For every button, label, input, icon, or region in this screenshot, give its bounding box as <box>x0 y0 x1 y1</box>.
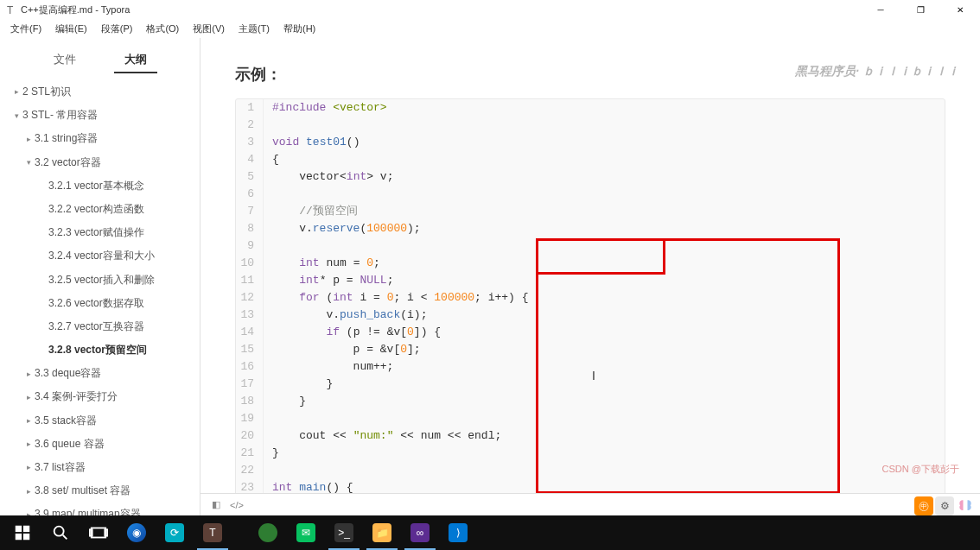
chevron-icon[interactable]: ▸ <box>22 391 35 403</box>
code-line[interactable]: 1#include <vector> <box>236 99 945 117</box>
menu-item-0[interactable]: 文件(F) <box>3 21 48 37</box>
outline-item[interactable]: ▸3.2.5 vector插入和删除 <box>3 269 196 292</box>
code-line[interactable]: 17 } <box>236 376 945 393</box>
chevron-icon[interactable]: ▸ <box>22 509 35 515</box>
code-line[interactable]: 2 <box>236 117 945 134</box>
outline-item[interactable]: ▸3.2.4 vector容量和大小 <box>3 244 196 268</box>
code-text[interactable]: if (p != &v[0]) { <box>272 324 441 341</box>
explorer-icon[interactable]: 📁 <box>363 515 401 550</box>
code-line[interactable]: 18 } <box>236 393 945 410</box>
code-text[interactable]: } <box>272 445 279 462</box>
code-text[interactable]: } <box>272 393 306 410</box>
code-text[interactable]: } <box>272 376 333 393</box>
code-text[interactable]: { <box>272 151 279 168</box>
outline-item[interactable]: ▸3.2.6 vector数据存取 <box>3 292 196 315</box>
assist-icon[interactable]: ⚙ <box>935 496 954 515</box>
code-text[interactable]: v.push_back(i); <box>272 307 427 324</box>
code-text[interactable]: for (int i = 0; i < 100000; i++) { <box>272 289 529 307</box>
brain-icon[interactable] <box>956 496 975 515</box>
outline-item[interactable]: ▸3.2.7 vector互换容器 <box>3 315 196 338</box>
source-mode-icon[interactable]: </> <box>230 498 244 512</box>
code-text[interactable]: void test01() <box>272 134 360 151</box>
close-button[interactable]: ✕ <box>940 0 980 19</box>
code-line[interactable]: 5 vector<int> v; <box>236 168 945 186</box>
menu-item-4[interactable]: 视图(V) <box>186 21 232 37</box>
chevron-icon[interactable]: ▸ <box>22 461 35 473</box>
outline-tree[interactable]: ▸2 STL初识▾3 STL- 常用容器▸3.1 string容器▾3.2 ve… <box>0 73 200 515</box>
outline-item[interactable]: ▾3 STL- 常用容器 <box>3 104 196 127</box>
sidebar-toggle-icon[interactable]: ◧ <box>209 498 223 512</box>
outline-item[interactable]: ▸3.5 stack容器 <box>3 409 196 433</box>
code-line[interactable]: 13 v.push_back(i); <box>236 307 945 324</box>
wechat-icon[interactable]: ✉ <box>287 515 325 550</box>
chevron-icon[interactable]: ▸ <box>22 414 35 427</box>
menu-item-2[interactable]: 段落(P) <box>94 21 140 37</box>
outline-item[interactable]: ▸3.4 案例-评委打分 <box>3 385 196 408</box>
code-line[interactable]: 6 <box>236 186 945 203</box>
menu-item-6[interactable]: 帮助(H) <box>277 21 322 37</box>
chevron-icon[interactable]: ▸ <box>10 85 22 98</box>
sidebar-tab-files[interactable]: 文件 <box>43 47 86 73</box>
outline-item[interactable]: ▸3.9 map/ multimap容器 <box>3 503 196 515</box>
taskbar[interactable]: ◉ ⟳ T ✉ >_ 📁 ∞ ⟩ <box>0 515 980 550</box>
code-block[interactable]: 1#include <vector>23void test01()4{5 vec… <box>235 98 945 497</box>
app-icon-green[interactable] <box>249 515 287 550</box>
code-text[interactable]: cout << "num:" << num << endl; <box>272 427 501 445</box>
ime-icon[interactable]: ㊥ <box>914 496 933 515</box>
code-line[interactable]: 9 <box>236 237 945 255</box>
code-text[interactable]: num++; <box>272 358 393 376</box>
sidebar-tab-outline[interactable]: 大纲 <box>114 47 157 73</box>
chevron-icon[interactable]: ▾ <box>10 110 22 122</box>
code-line[interactable]: 19 <box>236 410 945 427</box>
search-button[interactable] <box>41 515 80 550</box>
maximize-button[interactable]: ❐ <box>900 0 940 19</box>
browser-icon[interactable]: ◉ <box>118 515 156 550</box>
vs-icon[interactable]: ∞ <box>401 515 439 550</box>
outline-item[interactable]: ▸3.7 list容器 <box>3 456 196 479</box>
outline-item[interactable]: ▸2 STL初识 <box>3 80 196 104</box>
code-line[interactable]: 11 int* p = NULL; <box>236 272 945 289</box>
code-line[interactable]: 20 cout << "num:" << num << endl; <box>236 427 945 445</box>
outline-item[interactable]: ▸3.6 queue 容器 <box>3 433 196 456</box>
outline-item[interactable]: ▸3.8 set/ multiset 容器 <box>3 479 196 503</box>
start-button[interactable] <box>3 515 41 550</box>
outline-item[interactable]: ▸3.3 deque容器 <box>3 362 196 385</box>
outline-item[interactable]: ▸3.1 string容器 <box>3 127 196 150</box>
menu-item-3[interactable]: 格式(O) <box>139 21 186 37</box>
code-line[interactable]: 15 p = &v[0]; <box>236 341 945 358</box>
code-line[interactable]: 8 v.reserve(100000); <box>236 220 945 237</box>
chevron-icon[interactable]: ▾ <box>22 156 35 168</box>
code-line[interactable]: 14 if (p != &v[0]) { <box>236 324 945 341</box>
code-line[interactable]: 10 int num = 0; <box>236 255 945 272</box>
code-text[interactable]: int num = 0; <box>272 255 380 272</box>
chevron-icon[interactable]: ▸ <box>22 438 35 450</box>
outline-item[interactable]: ▾3.2 vector容器 <box>3 151 196 174</box>
code-line[interactable]: 21} <box>236 445 945 462</box>
code-line[interactable]: 16 num++; <box>236 358 945 376</box>
app-icon-teal[interactable]: ⟳ <box>156 515 194 550</box>
code-line[interactable]: 7 //预留空间 <box>236 203 945 220</box>
code-line[interactable]: 22 <box>236 462 945 479</box>
code-line[interactable]: 4{ <box>236 151 945 168</box>
chevron-icon[interactable]: ▸ <box>22 368 35 380</box>
taskview-button[interactable] <box>80 515 118 550</box>
outline-item[interactable]: ▸3.2.1 vector基本概念 <box>3 174 196 198</box>
code-text[interactable]: p = &v[0]; <box>272 341 421 358</box>
code-text[interactable]: //预留空间 <box>272 203 358 220</box>
code-line[interactable]: 12 for (int i = 0; i < 100000; i++) { <box>236 289 945 307</box>
outline-item[interactable]: ▸3.2.3 vector赋值操作 <box>3 221 196 244</box>
vscode-icon[interactable]: ⟩ <box>439 515 477 550</box>
terminal-icon[interactable]: >_ <box>325 515 363 550</box>
code-line[interactable]: 3void test01() <box>236 134 945 151</box>
menu-item-5[interactable]: 主题(T) <box>232 21 277 37</box>
outline-item[interactable]: ▸3.2.2 vector构造函数 <box>3 198 196 221</box>
code-text[interactable]: #include <vector> <box>272 99 387 117</box>
minimize-button[interactable]: ─ <box>861 0 900 19</box>
code-text[interactable]: vector<int> v; <box>272 168 393 186</box>
editor[interactable]: 示例： 1#include <vector>23void test01()4{5… <box>200 38 980 515</box>
outline-item[interactable]: ▸3.2.8 vector预留空间 <box>3 338 196 362</box>
chevron-icon[interactable]: ▸ <box>22 485 35 497</box>
typora-icon[interactable]: T <box>194 515 232 550</box>
code-text[interactable]: int* p = NULL; <box>272 272 393 289</box>
code-text[interactable]: v.reserve(100000); <box>272 220 421 237</box>
